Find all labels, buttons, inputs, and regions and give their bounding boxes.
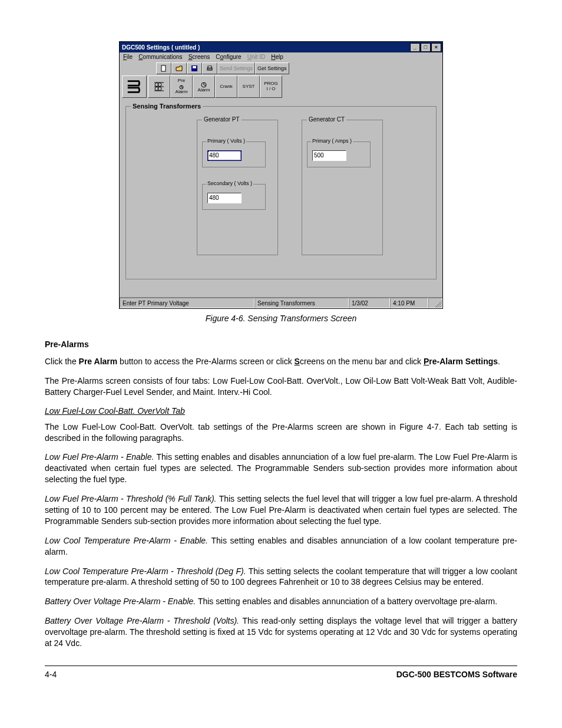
- logo-icon: [122, 75, 147, 98]
- page-footer: 4-4 DGC-500 BESTCOMS Software: [45, 666, 517, 679]
- figure-caption: Figure 4-6. Sensing Transformers Screen: [45, 314, 517, 323]
- title-bar: DGC500 Settings ( untitled ) _ □ ×: [120, 42, 442, 52]
- maximize-button[interactable]: □: [421, 43, 431, 52]
- print-icon[interactable]: [202, 62, 217, 74]
- heading-prealarms: Pre-Alarms: [45, 340, 517, 349]
- status-bar: Enter PT Primary Voltage Sensing Transfo…: [120, 297, 442, 308]
- get-settings-button[interactable]: Get Settings: [255, 62, 289, 74]
- paragraph: Click the Pre Alarm button to access the…: [45, 356, 517, 367]
- app-window: DGC500 Settings ( untitled ) _ □ × File …: [119, 41, 443, 309]
- paragraph: Low Cool Temperature Pre-Alarm - Enable.…: [45, 535, 517, 558]
- pt-secondary-group: Secondary ( Volts ) 480: [202, 184, 266, 210]
- pt-primary-input[interactable]: 480: [207, 150, 242, 161]
- svg-rect-0: [161, 65, 166, 71]
- paragraph: The Pre-Alarms screen consists of four t…: [45, 375, 517, 398]
- status-time: 4:10 PM: [390, 298, 428, 308]
- svg-rect-3: [207, 68, 212, 70]
- prog-io-button[interactable]: PROG I / O: [260, 75, 282, 98]
- menu-unit-id: Unit ID: [247, 54, 266, 60]
- resize-grip-icon[interactable]: [428, 298, 442, 308]
- generator-ct-group: Generator CT Primary ( Amps ) 500: [302, 120, 383, 255]
- pt-secondary-input[interactable]: 480: [207, 193, 242, 203]
- menu-screens[interactable]: Screens: [189, 54, 210, 60]
- pt-primary-group: Primary ( Volts ) 480: [202, 141, 266, 167]
- window-title: DGC500 Settings ( untitled ): [122, 44, 200, 51]
- sensing-transformers-group: Sensing Transformers Generator PT Primar…: [125, 106, 437, 279]
- svg-rect-2: [193, 66, 196, 68]
- alarm-button[interactable]: Alarm: [193, 75, 215, 98]
- send-settings-button[interactable]: Send Settings: [217, 62, 255, 74]
- pre-alarm-button[interactable]: Pre Alarm: [170, 75, 193, 98]
- paragraph: Battery Over Voltage Pre-Alarm - Thresho…: [45, 615, 517, 649]
- status-panel: Sensing Transformers: [254, 298, 349, 308]
- paragraph: Low Cool Temperature Pre-Alarm - Thresho…: [45, 566, 517, 588]
- paragraph: Low Fuel Pre-Alarm - Threshold (% Full T…: [45, 493, 517, 527]
- paragraph: Low Fuel Pre-Alarm - Enable. This settin…: [45, 452, 517, 485]
- paragraph: The Low Fuel-Low Cool-Batt. OverVolt. ta…: [45, 421, 517, 444]
- minimize-button[interactable]: _: [410, 43, 420, 52]
- menu-configure[interactable]: Configure: [216, 54, 241, 60]
- crank-button[interactable]: Crank: [215, 75, 237, 98]
- subheading: Low Fuel-Low Cool-Batt. OverVolt Tab: [45, 406, 517, 416]
- transformer-button[interactable]: [148, 75, 170, 98]
- menu-file[interactable]: File: [123, 54, 133, 60]
- menu-help[interactable]: Help: [271, 54, 283, 60]
- paragraph: Battery Over Voltage Pre-Alarm - Enable.…: [45, 596, 517, 607]
- status-hint: Enter PT Primary Voltage: [120, 298, 254, 308]
- menu-bar: File Communications Screens Configure Un…: [120, 52, 442, 61]
- save-icon[interactable]: [187, 62, 202, 74]
- new-icon[interactable]: [156, 62, 171, 74]
- open-icon[interactable]: [171, 62, 187, 74]
- group-legend: Sensing Transformers: [131, 103, 203, 110]
- generator-pt-group: Generator PT Primary ( Volts ) 480 Secon…: [197, 120, 278, 255]
- menu-communications[interactable]: Communications: [138, 54, 183, 60]
- syst-button[interactable]: SYST: [237, 75, 260, 98]
- ct-primary-group: Primary ( Amps ) 500: [307, 141, 371, 167]
- product-name: DGC-500 BESTCOMS Software: [396, 670, 517, 679]
- svg-rect-4: [208, 66, 211, 68]
- page-number: 4-4: [45, 670, 57, 679]
- ct-primary-input[interactable]: 500: [312, 150, 346, 161]
- close-button[interactable]: ×: [431, 43, 441, 52]
- status-date: 1/3/02: [349, 298, 390, 308]
